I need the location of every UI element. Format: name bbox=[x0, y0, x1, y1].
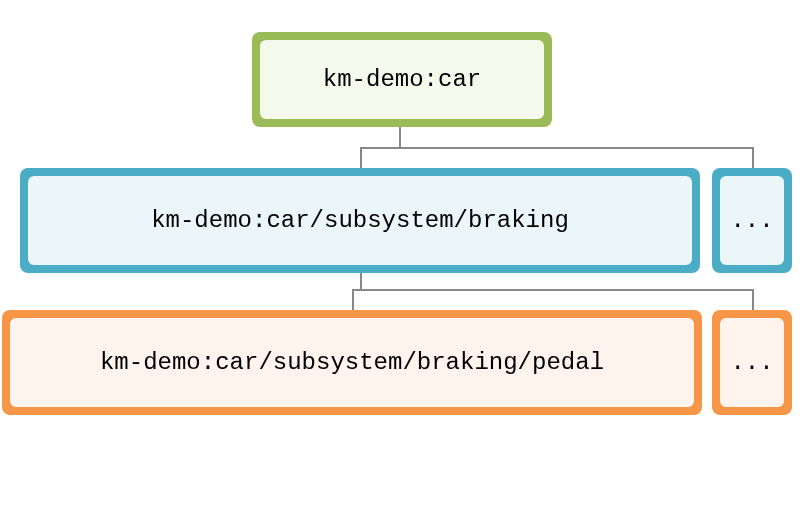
node-subsystem-braking: km-demo:car/subsystem/braking bbox=[26, 174, 694, 267]
connector bbox=[352, 289, 354, 310]
connector bbox=[352, 289, 754, 291]
connector bbox=[752, 147, 754, 168]
node-pedal-more: ... bbox=[718, 316, 786, 409]
node-pedal-more-label: ... bbox=[730, 349, 773, 376]
node-subsystem-more-label: ... bbox=[730, 207, 773, 234]
connector bbox=[399, 127, 401, 147]
connector bbox=[360, 147, 362, 168]
node-subsystem-braking-label: km-demo:car/subsystem/braking bbox=[151, 207, 569, 234]
hierarchy-diagram: km-demo:car km-demo:car/subsystem/brakin… bbox=[0, 0, 800, 506]
connector bbox=[752, 289, 754, 310]
node-root-label: km-demo:car bbox=[323, 66, 481, 93]
connector bbox=[360, 273, 362, 289]
node-root: km-demo:car bbox=[258, 38, 546, 121]
node-pedal-label: km-demo:car/subsystem/braking/pedal bbox=[100, 349, 604, 376]
node-subsystem-more: ... bbox=[718, 174, 786, 267]
node-pedal: km-demo:car/subsystem/braking/pedal bbox=[8, 316, 696, 409]
connector bbox=[360, 147, 754, 149]
